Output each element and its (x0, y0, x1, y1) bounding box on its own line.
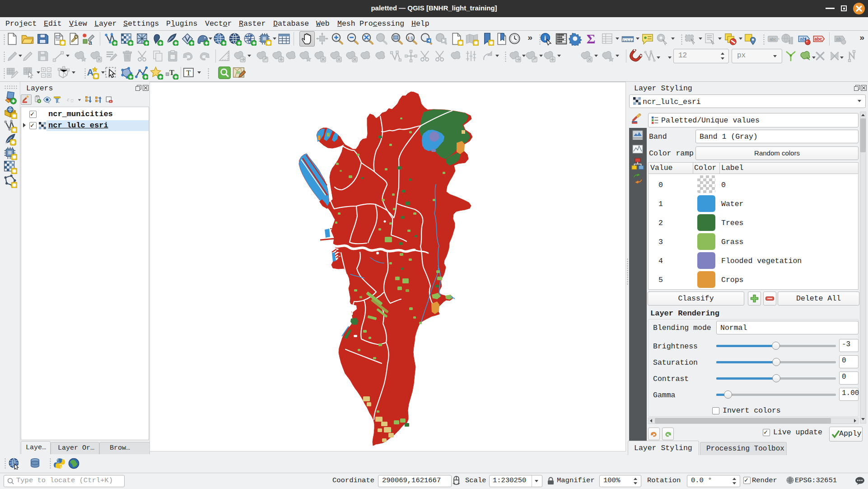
svg-text:abc: abc (770, 37, 776, 42)
svg-text:ε: ε (67, 96, 70, 103)
svg-text:Σ: Σ (587, 32, 596, 46)
svg-text:a: a (89, 39, 92, 46)
svg-text:ab: ab (836, 36, 841, 42)
svg-text:T: T (186, 69, 191, 77)
svg-text:i: i (544, 34, 546, 42)
svg-text:ab: ab (800, 36, 806, 42)
svg-text:1:1: 1:1 (407, 36, 413, 40)
svg-text:abc: abc (814, 37, 822, 42)
